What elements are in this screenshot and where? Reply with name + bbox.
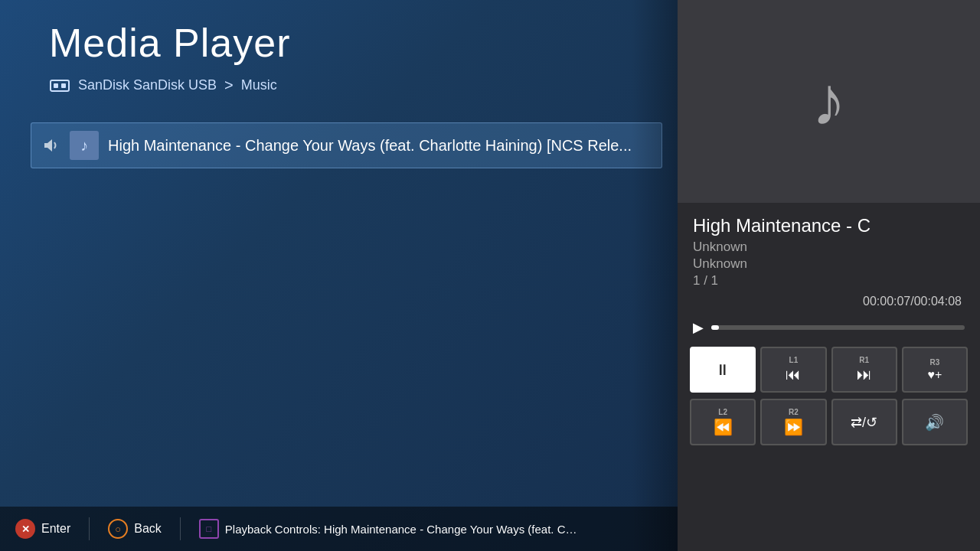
controls-row-1: ⏸ L1 ⏮ R1 ⏭ R3 ♥+ bbox=[678, 347, 980, 393]
progress-container: ▶ bbox=[678, 319, 980, 336]
track-name: High Maintenance - Change Your Ways (fea… bbox=[108, 137, 632, 155]
playback-action[interactable]: □ Playback Controls: High Maintenance - … bbox=[199, 519, 577, 539]
right-panel: ♪ High Maintenance - C Unknown Unknown 1… bbox=[678, 0, 980, 551]
album-music-note-icon: ♪ bbox=[812, 62, 846, 141]
svg-rect-0 bbox=[51, 80, 69, 91]
volume-button[interactable]: 🔊 bbox=[902, 399, 968, 445]
repeat-icon: ⇄/↺ bbox=[851, 414, 877, 431]
now-playing-artist: Unknown bbox=[693, 240, 965, 255]
next-button[interactable]: R1 ⏭ bbox=[831, 347, 897, 393]
o-button[interactable]: ○ bbox=[108, 519, 128, 539]
pause-button[interactable]: ⏸ bbox=[690, 347, 756, 393]
progress-bar[interactable] bbox=[711, 325, 965, 330]
fastforward-button[interactable]: R2 ⏩ bbox=[760, 399, 826, 445]
now-playing-album: Unknown bbox=[693, 256, 965, 272]
rewind-icon: ⏪ bbox=[714, 418, 733, 436]
fastforward-icon: ⏩ bbox=[784, 418, 803, 436]
prev-icon: ⏮ bbox=[786, 366, 801, 383]
next-label: R1 bbox=[859, 356, 869, 364]
pause-icon: ⏸ bbox=[715, 361, 730, 379]
progress-fill bbox=[711, 325, 719, 330]
favorite-label: R3 bbox=[929, 358, 939, 367]
track-music-icon: ♪ bbox=[70, 131, 99, 160]
breadcrumb: SanDisk SanDisk USB > Music bbox=[49, 77, 277, 94]
svg-rect-2 bbox=[61, 83, 66, 88]
track-list: ♪ High Maintenance - Change Your Ways (f… bbox=[31, 122, 662, 168]
time-display: 00:00:07/00:04:08 bbox=[693, 295, 965, 308]
fastforward-label: R2 bbox=[789, 408, 799, 416]
breadcrumb-device: SanDisk SanDisk USB bbox=[78, 77, 217, 93]
usb-icon bbox=[49, 77, 70, 94]
prev-label: L1 bbox=[789, 356, 799, 364]
rewind-label: L2 bbox=[718, 408, 727, 416]
breadcrumb-folder: Music bbox=[241, 77, 277, 93]
separator-2 bbox=[180, 517, 181, 540]
page-title: Media Player bbox=[49, 20, 290, 66]
now-playing-title: High Maintenance - C bbox=[693, 215, 965, 236]
back-action[interactable]: ○ Back bbox=[108, 519, 162, 539]
breadcrumb-separator: > bbox=[224, 77, 234, 94]
play-state-icon: ▶ bbox=[693, 319, 704, 336]
left-panel: Media Player SanDisk SanDisk USB > Music… bbox=[0, 0, 678, 551]
svg-rect-1 bbox=[54, 83, 58, 88]
repeat-button[interactable]: ⇄/↺ bbox=[831, 399, 897, 445]
speaker-icon bbox=[42, 136, 60, 155]
album-art: ♪ bbox=[678, 0, 980, 203]
prev-button[interactable]: L1 ⏮ bbox=[760, 347, 826, 393]
playback-label: Playback Controls: High Maintenance - Ch… bbox=[225, 523, 577, 536]
track-info: High Maintenance - C Unknown Unknown 1 /… bbox=[678, 203, 980, 319]
square-button[interactable]: □ bbox=[199, 519, 219, 539]
track-item[interactable]: ♪ High Maintenance - Change Your Ways (f… bbox=[31, 122, 662, 168]
back-label: Back bbox=[134, 522, 162, 536]
svg-marker-3 bbox=[44, 139, 52, 152]
separator-1 bbox=[89, 517, 90, 540]
enter-label: Enter bbox=[41, 522, 70, 536]
next-icon: ⏭ bbox=[857, 366, 872, 383]
x-button[interactable]: ✕ bbox=[15, 519, 35, 539]
enter-action[interactable]: ✕ Enter bbox=[15, 519, 70, 539]
rewind-button[interactable]: L2 ⏪ bbox=[690, 399, 756, 445]
volume-icon: 🔊 bbox=[925, 413, 944, 432]
controls-row-2: L2 ⏪ R2 ⏩ ⇄/↺ 🔊 bbox=[678, 399, 980, 445]
bottom-bar: ✕ Enter ○ Back □ Playback Controls: High… bbox=[0, 507, 678, 551]
favorite-button[interactable]: R3 ♥+ bbox=[902, 347, 968, 393]
favorite-icon: ♥+ bbox=[927, 368, 942, 382]
now-playing-count: 1 / 1 bbox=[693, 273, 965, 289]
